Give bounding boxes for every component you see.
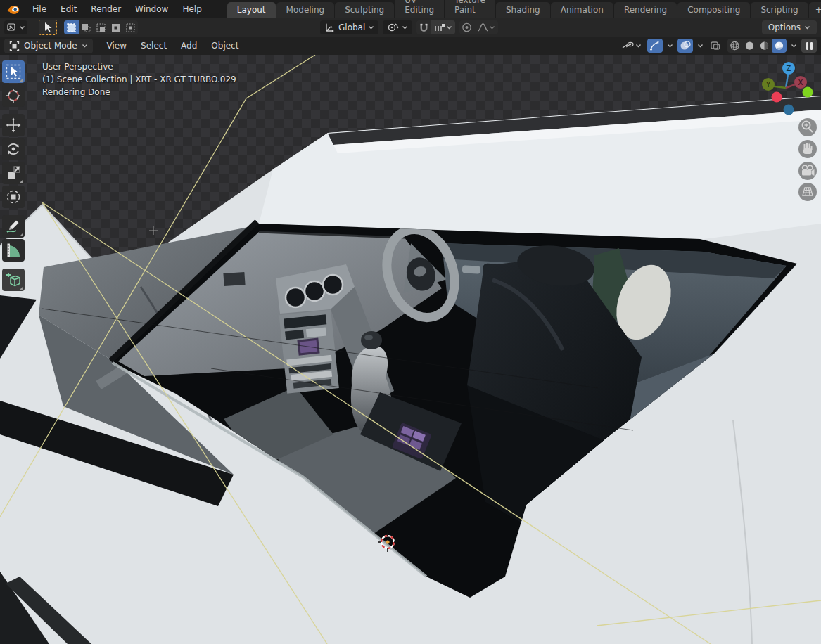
menu-help[interactable]: Help xyxy=(175,0,208,18)
proportional-edit-toggle[interactable] xyxy=(459,20,474,34)
options-button[interactable]: Options xyxy=(762,20,817,34)
object-visibility-dropdown[interactable] xyxy=(620,39,643,53)
gizmos-dropdown-chevron[interactable] xyxy=(667,43,673,49)
transform-orientation-dropdown[interactable]: Global xyxy=(320,20,378,34)
editor-type-selector[interactable] xyxy=(4,20,27,34)
snap-toggle[interactable] xyxy=(416,20,431,34)
tool-scale[interactable] xyxy=(2,162,25,184)
tool-select-box[interactable] xyxy=(2,60,25,83)
tool-cursor[interactable] xyxy=(2,84,25,107)
rotate-icon xyxy=(5,141,22,157)
tab-scripting[interactable]: Scripting xyxy=(751,2,808,18)
select-mode-extend[interactable] xyxy=(79,20,94,34)
tool-measure[interactable] xyxy=(2,239,25,262)
gauge-mid xyxy=(305,281,324,301)
overlays-toggle[interactable] xyxy=(677,39,693,53)
viewport-header: Object Mode View Select Add Object xyxy=(0,37,821,55)
select-set-icon xyxy=(66,22,77,33)
tool-transform[interactable] xyxy=(2,186,25,208)
snap-with-dropdown[interactable] xyxy=(431,20,455,34)
xray-icon xyxy=(709,40,722,51)
menu-add[interactable]: Add xyxy=(174,37,204,55)
shading-wireframe[interactable] xyxy=(727,39,742,53)
object-mode-icon xyxy=(9,41,20,51)
shading-material[interactable] xyxy=(757,39,772,53)
toolbar xyxy=(2,60,26,291)
add-workspace-button[interactable]: + xyxy=(809,2,821,18)
cursor-tool-icon xyxy=(5,87,22,104)
menu-object[interactable]: Object xyxy=(204,37,246,55)
shading-rendered[interactable] xyxy=(772,39,787,53)
shading-solid[interactable] xyxy=(742,39,757,53)
view-perspective-label: User Perspective xyxy=(42,60,236,73)
select-mode-subtract[interactable] xyxy=(94,20,108,34)
pan-hand-button[interactable] xyxy=(798,140,817,158)
gizmo-arrow-icon xyxy=(649,40,661,51)
chevron-down-icon xyxy=(489,25,495,30)
select-extend-icon xyxy=(81,22,91,33)
options-label: Options xyxy=(768,22,801,32)
tab-sculpting[interactable]: Sculpting xyxy=(335,2,394,18)
wireframe-sphere-icon xyxy=(730,40,740,51)
menu-select[interactable]: Select xyxy=(134,37,174,55)
gauge-left xyxy=(286,288,305,307)
chevron-down-icon xyxy=(804,25,810,30)
tab-texture-paint[interactable]: Texture Paint xyxy=(445,0,495,18)
blender-logo-icon xyxy=(6,3,21,15)
workspace-tabs: Layout Modeling Sculpting UV Editing Tex… xyxy=(227,0,821,18)
tab-animation[interactable]: Animation xyxy=(551,2,613,18)
menu-edit[interactable]: Edit xyxy=(53,0,84,18)
tab-rendering[interactable]: Rendering xyxy=(614,2,677,18)
tab-shading[interactable]: Shading xyxy=(496,2,550,18)
proportional-edit-group xyxy=(459,20,498,34)
tab-modeling[interactable]: Modeling xyxy=(276,2,335,18)
tab-compositing[interactable]: Compositing xyxy=(677,2,750,18)
transform-icon xyxy=(5,188,22,205)
chevron-down-icon xyxy=(402,25,408,30)
orthographic-grid-button[interactable] xyxy=(798,183,817,201)
shading-mode-group xyxy=(727,39,787,53)
gizmo-y-neg xyxy=(803,87,813,98)
select-mode-set[interactable] xyxy=(64,20,79,34)
material-sphere-icon xyxy=(759,40,770,51)
pivot-point-dropdown[interactable] xyxy=(383,20,412,34)
select-subtract-icon xyxy=(96,22,106,33)
tool-annotate[interactable] xyxy=(2,215,25,238)
shading-dropdown-chevron[interactable] xyxy=(791,43,797,49)
zoom-button[interactable] xyxy=(798,118,817,136)
3d-viewport[interactable]: Z Y X xyxy=(0,55,821,644)
menu-view[interactable]: View xyxy=(100,37,134,55)
mode-dropdown[interactable]: Object Mode xyxy=(4,39,93,53)
menu-window[interactable]: Window xyxy=(128,0,175,18)
chevron-down-icon xyxy=(368,25,374,30)
select-mode-group xyxy=(64,20,138,34)
tool-add-cube[interactable] xyxy=(2,269,25,291)
tab-layout[interactable]: Layout xyxy=(227,2,276,18)
gear-knob xyxy=(361,331,382,349)
menu-render[interactable]: Render xyxy=(84,0,128,18)
tool-move[interactable] xyxy=(2,114,25,136)
menu-file[interactable]: File xyxy=(25,0,53,18)
active-tool-indicator[interactable] xyxy=(39,20,57,35)
gizmos-toggle[interactable] xyxy=(647,39,663,53)
tab-uv-editing[interactable]: UV Editing xyxy=(395,0,444,18)
orientation-label: Global xyxy=(338,22,365,32)
xray-toggle[interactable] xyxy=(708,39,723,53)
select-mode-invert[interactable] xyxy=(108,20,123,34)
orientation-axes-icon xyxy=(324,22,336,33)
annotate-pen-icon xyxy=(5,218,22,235)
camera-view-button[interactable] xyxy=(798,162,817,180)
rendered-sphere-icon xyxy=(774,40,784,51)
select-mode-intersect[interactable] xyxy=(123,20,138,34)
chevron-down-icon xyxy=(82,43,88,49)
gizmo-z-neg xyxy=(784,105,794,115)
falloff-dropdown[interactable] xyxy=(474,20,498,34)
mode-label: Object Mode xyxy=(24,41,77,51)
proportional-circle-icon xyxy=(462,22,472,33)
chevron-down-icon xyxy=(446,25,452,30)
pause-render-button[interactable] xyxy=(801,39,817,53)
editor-type-icon xyxy=(6,22,19,33)
tool-rotate[interactable] xyxy=(2,138,25,160)
select-cursor-icon xyxy=(43,22,53,33)
overlays-dropdown-chevron[interactable] xyxy=(697,43,704,49)
